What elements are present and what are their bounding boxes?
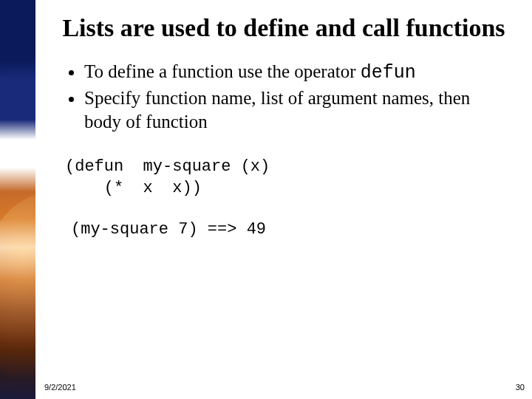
bullet-text: Specify function name, list of argument … — [84, 88, 470, 132]
footer-page-number: 30 — [516, 383, 525, 392]
bullet-text: To define a function use the operator — [84, 61, 361, 81]
code-block: (defun my-square (x) (* x x)) — [65, 156, 510, 200]
list-item: To define a function use the operator de… — [84, 60, 510, 85]
list-item: Specify function name, list of argument … — [84, 86, 510, 134]
decorative-sidebar — [0, 0, 35, 399]
slide-content: Lists are used to define and call functi… — [35, 0, 532, 399]
inline-code: defun — [361, 62, 416, 83]
bullet-list: To define a function use the operator de… — [58, 60, 510, 134]
footer-date: 9/2/2021 — [44, 383, 76, 392]
page-title: Lists are used to define and call functi… — [58, 13, 510, 44]
code-result: (my-square 7) ==> 49 — [71, 220, 510, 239]
